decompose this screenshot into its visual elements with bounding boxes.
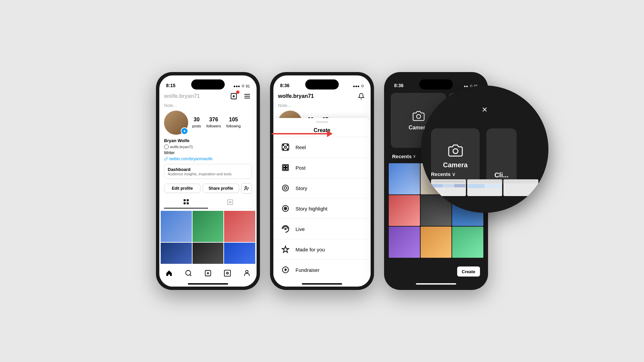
made-for-you-label: Made for you bbox=[296, 247, 325, 252]
tiny-screen-2 bbox=[467, 179, 502, 196]
stats-row-1: 30 posts 376 followers 105 following bbox=[192, 117, 241, 129]
phone-1: 8:15 ●●● ⊙ 91 wolfe.bryan71 bbox=[156, 72, 260, 290]
time-3: 8:36 bbox=[394, 83, 404, 88]
tiny-screen-3 bbox=[503, 179, 538, 196]
create-item-post[interactable]: Post bbox=[273, 158, 371, 178]
create-item-reel[interactable]: Reel bbox=[273, 137, 371, 158]
close-button-circle[interactable]: × bbox=[477, 102, 492, 117]
svg-point-39 bbox=[285, 228, 286, 230]
svg-line-16 bbox=[190, 275, 191, 276]
add-story-button-1[interactable]: + bbox=[181, 127, 188, 135]
bio-1: Writer bbox=[159, 150, 257, 156]
svg-point-35 bbox=[284, 187, 287, 189]
avatar-wrap-1: + bbox=[164, 111, 188, 135]
nav-profile[interactable] bbox=[242, 268, 252, 278]
create-item-fundraiser[interactable]: Fundraiser bbox=[273, 260, 371, 280]
posts-stat-1[interactable]: 30 posts bbox=[192, 117, 201, 129]
create-item-live[interactable]: Live bbox=[273, 219, 371, 239]
home-bar-3 bbox=[416, 283, 456, 285]
nav-add[interactable] bbox=[203, 268, 213, 278]
ig-username-2: wolfe.bryan71 bbox=[278, 93, 314, 99]
story-icon bbox=[280, 183, 291, 193]
magnify-recents: Recents ∨ bbox=[431, 171, 538, 196]
recent-thumb-7[interactable] bbox=[389, 227, 420, 258]
edit-profile-button[interactable]: Edit profile bbox=[164, 184, 201, 193]
phone-2: 8:36 ●●● ⊙ wolfe.bryan71 bbox=[270, 72, 374, 290]
phone-1-screen: 8:15 ●●● ⊙ 91 wolfe.bryan71 bbox=[159, 75, 257, 287]
story-label: Story bbox=[296, 185, 307, 191]
post-thumb-2[interactable] bbox=[193, 211, 224, 242]
create-item-story[interactable]: Story bbox=[273, 178, 371, 198]
magnify-camera-label: Camera bbox=[443, 161, 468, 169]
create-item-story-highlight[interactable]: Story highlight bbox=[273, 198, 371, 219]
action-btns-1: Edit profile Share profile bbox=[159, 181, 257, 196]
link-1: twitter.com/bryanmwolfe bbox=[159, 156, 257, 162]
globe-icon-1 bbox=[164, 144, 169, 149]
create-title: Create bbox=[273, 123, 371, 137]
add-icon bbox=[204, 269, 212, 277]
recent-thumb-9[interactable] bbox=[452, 227, 483, 258]
recent-thumb-8[interactable] bbox=[421, 227, 452, 258]
post-thumb-3[interactable] bbox=[224, 211, 255, 242]
tiny-screen-1 bbox=[431, 179, 466, 196]
nav-search[interactable] bbox=[184, 268, 193, 278]
bell-icon bbox=[358, 93, 365, 100]
post-label: Post bbox=[296, 165, 306, 171]
create-button-label: Create bbox=[462, 269, 475, 274]
svg-point-26 bbox=[287, 145, 288, 146]
profile-name-1: Bryan Wolfe bbox=[159, 137, 257, 144]
dynamic-island-2 bbox=[305, 79, 339, 89]
svg-point-25 bbox=[283, 145, 284, 146]
share-profile-button[interactable]: Share profile bbox=[203, 184, 239, 193]
profile-icon bbox=[243, 269, 251, 277]
add-person-button[interactable] bbox=[241, 183, 252, 194]
home-icon bbox=[165, 269, 173, 277]
nav-reels[interactable] bbox=[223, 268, 232, 278]
svg-point-34 bbox=[282, 185, 288, 191]
username-badge-1: wolfe.bryan71 bbox=[159, 144, 257, 150]
note-bar-2: Note... bbox=[273, 102, 371, 109]
create-button[interactable]: Create bbox=[457, 266, 480, 277]
svg-rect-31 bbox=[286, 166, 287, 167]
post-thumb-1[interactable] bbox=[161, 211, 192, 242]
time-2: 8:36 bbox=[280, 83, 289, 88]
profile-section-1: + 30 posts 376 followers 105 bbox=[159, 109, 257, 137]
tiny-screen-row bbox=[431, 179, 538, 196]
reel-icon bbox=[280, 142, 291, 153]
header-icons-1 bbox=[229, 92, 252, 101]
new-post-button[interactable] bbox=[229, 92, 238, 101]
svg-point-6 bbox=[245, 186, 247, 188]
following-stat-1[interactable]: 105 following bbox=[226, 117, 241, 129]
magnify-recents-label: Recents bbox=[431, 171, 450, 177]
menu-button[interactable] bbox=[243, 92, 252, 101]
grid-tab-posts[interactable] bbox=[164, 196, 208, 208]
magnify-recents-label-row: Recents ∨ bbox=[431, 171, 538, 177]
svg-rect-13 bbox=[227, 200, 232, 205]
story-highlight-label: Story highlight bbox=[296, 206, 327, 212]
svg-point-28 bbox=[287, 149, 288, 150]
time-1: 8:15 bbox=[166, 83, 175, 88]
create-sheet: Create bbox=[273, 118, 371, 287]
recents-title-row: Recents ∨ bbox=[392, 154, 416, 159]
recent-thumb-4[interactable] bbox=[389, 195, 420, 226]
notifications-button[interactable] bbox=[357, 92, 366, 101]
dashboard-box-1[interactable]: Dashboard Audience insights, inspiration… bbox=[164, 164, 252, 179]
svg-point-15 bbox=[186, 270, 191, 275]
svg-rect-32 bbox=[283, 168, 285, 170]
recent-thumb-1[interactable] bbox=[389, 163, 420, 194]
live-label: Live bbox=[296, 226, 305, 232]
grid-tabs-1 bbox=[164, 196, 252, 209]
svg-point-41 bbox=[417, 115, 421, 119]
camera-icon bbox=[413, 110, 425, 122]
dynamic-island-1 bbox=[191, 79, 225, 89]
nav-home[interactable] bbox=[164, 268, 174, 278]
followers-stat-1[interactable]: 376 followers bbox=[206, 117, 221, 129]
search-icon bbox=[185, 269, 192, 277]
grid-tab-tagged[interactable] bbox=[208, 196, 252, 208]
live-icon bbox=[280, 224, 291, 234]
recents-chevron: ∨ bbox=[413, 154, 416, 159]
create-list: Reel bbox=[273, 137, 371, 280]
grid-icon bbox=[183, 198, 190, 205]
create-item-made-for-you[interactable]: Made for you bbox=[273, 239, 371, 260]
note-bar-1: Note... bbox=[159, 102, 257, 109]
